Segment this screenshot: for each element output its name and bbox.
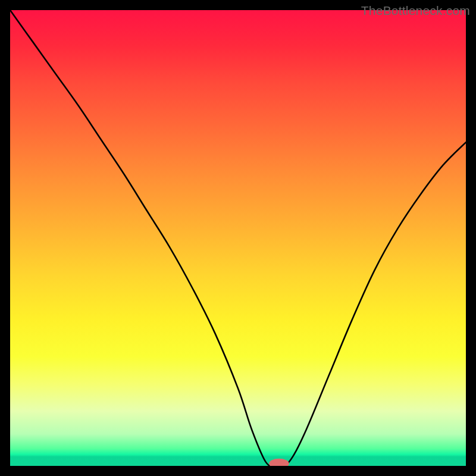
curve-svg xyxy=(10,10,466,466)
watermark-text: TheBottleneck.com xyxy=(361,4,470,18)
plot-area xyxy=(10,10,466,466)
optimal-point-marker xyxy=(269,459,289,466)
chart-frame: TheBottleneck.com xyxy=(0,0,476,476)
bottleneck-curve xyxy=(10,10,466,466)
